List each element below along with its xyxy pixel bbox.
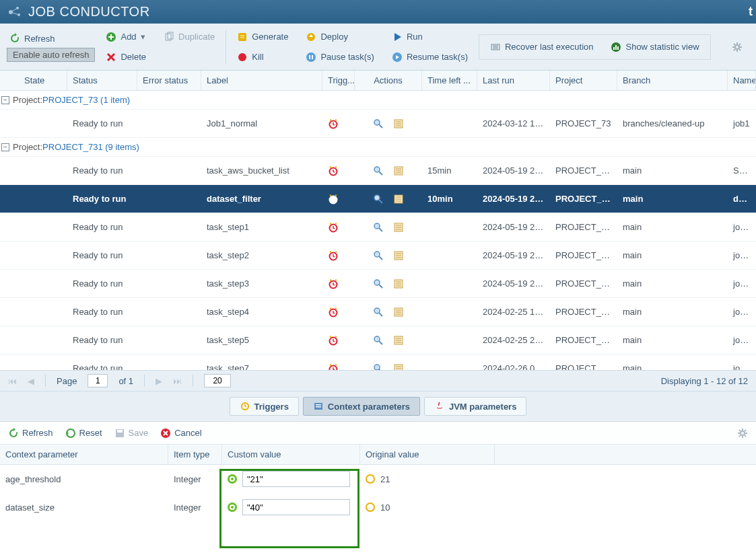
tab-context-label: Context parameters (328, 402, 410, 412)
col-timeleft[interactable]: Time left ... (422, 71, 477, 90)
save-icon (114, 428, 125, 439)
delete-button[interactable]: Delete (103, 48, 149, 66)
gear-icon[interactable] (737, 428, 748, 439)
ctx-cancel-button[interactable]: Cancel (160, 428, 201, 439)
run-button[interactable]: Run (389, 28, 471, 46)
log-icon[interactable] (393, 250, 404, 261)
col-name[interactable]: Name (728, 71, 756, 90)
refresh-button[interactable]: Refresh (7, 32, 95, 45)
table-row[interactable]: Ready to run Job1_normal 2024-03-12 16:.… (0, 110, 756, 138)
col-status[interactable]: Status (67, 71, 137, 90)
tab-context[interactable]: Context parameters (303, 397, 420, 416)
pager-sep (45, 375, 46, 387)
ctx-reset-button[interactable]: Reset (65, 428, 102, 439)
ctx-col-custom[interactable]: Custom value (222, 445, 360, 464)
radio-active-icon[interactable] (228, 502, 237, 512)
grid-header-row: State Status Error status Label Trigg...… (0, 71, 756, 91)
table-row[interactable]: Ready to run dataset_filter 10min 2024-0… (0, 185, 756, 213)
ctx-col-type[interactable]: Item type (168, 445, 222, 464)
group-row[interactable]: − Project: PROJECT_73 (1 item) (0, 91, 756, 110)
svg-point-31 (374, 223, 380, 229)
col-branch[interactable]: Branch (617, 71, 728, 90)
collapse-icon[interactable]: − (1, 96, 9, 104)
radio-inactive-icon[interactable] (366, 474, 375, 484)
context-row[interactable]: age_threshold Integer 21 (0, 465, 756, 493)
tab-jvm[interactable]: JVM parameters (424, 397, 526, 416)
log-icon[interactable] (393, 335, 404, 346)
pager-first-icon[interactable]: ⏮ (8, 376, 17, 386)
stats-button[interactable]: Show statistic view (608, 40, 701, 54)
context-row[interactable]: dataset_size Integer 10 (0, 493, 756, 521)
group-link[interactable]: PROJECT_731 (9 items) (42, 142, 139, 152)
table-row[interactable]: Ready to run task_step1 2024-05-19 20:..… (0, 213, 756, 241)
col-lastrun[interactable]: Last run (477, 71, 550, 90)
cell-name: job_s (728, 250, 756, 260)
table-row[interactable]: Ready to run task_step2 2024-05-19 20:..… (0, 241, 756, 270)
log-icon[interactable] (393, 278, 404, 289)
resume-button[interactable]: Resume task(s) (389, 48, 471, 66)
ctx-col-param[interactable]: Context parameter (0, 445, 168, 464)
ctx-cancel-label: Cancel (174, 428, 201, 438)
view-icon[interactable] (373, 363, 384, 371)
gear-icon[interactable] (732, 42, 743, 52)
ctx-col-orig[interactable]: Original value (360, 445, 495, 464)
ctx-save-button[interactable]: Save (114, 428, 149, 439)
auto-refresh-toggle[interactable]: Enable auto refresh (7, 48, 95, 62)
log-icon[interactable] (393, 307, 404, 318)
log-icon[interactable] (393, 165, 404, 176)
table-row[interactable]: Ready to run task_aws_bucket_list 15min … (0, 157, 756, 185)
col-label[interactable]: Label (201, 71, 322, 90)
col-trigger[interactable]: Trigg... (322, 71, 355, 90)
view-icon[interactable] (373, 118, 384, 129)
cell-name: job_s (728, 363, 756, 370)
view-icon[interactable] (373, 307, 384, 318)
pager-last-icon[interactable]: ⏭ (173, 376, 182, 386)
duplicate-button[interactable]: Duplicate (161, 28, 217, 46)
pager-page-input[interactable] (88, 374, 108, 387)
play-icon (392, 32, 403, 42)
ctx-refresh-button[interactable]: Refresh (8, 428, 53, 439)
radio-active-icon[interactable] (228, 474, 237, 484)
col-state[interactable]: State (0, 71, 67, 90)
pause-button[interactable]: Pause task(s) (303, 48, 376, 66)
log-icon[interactable] (393, 222, 404, 233)
pager-prev-icon[interactable]: ◀ (28, 376, 34, 386)
deploy-button[interactable]: Deploy (303, 28, 376, 46)
view-icon[interactable] (373, 278, 384, 289)
table-row[interactable]: Ready to run task_step3 2024-05-19 20:..… (0, 270, 756, 298)
ctx-custom-input[interactable] (242, 499, 350, 515)
table-row[interactable]: Ready to run task_step7 2024-02-26 00:..… (0, 355, 756, 370)
cell-branch: main (617, 165, 728, 176)
collapse-icon[interactable]: − (1, 143, 9, 151)
cell-label: task_step1 (201, 222, 322, 232)
col-error[interactable]: Error status (137, 71, 201, 90)
view-icon[interactable] (373, 335, 384, 346)
kill-button[interactable]: Kill (234, 48, 291, 66)
group-row[interactable]: − Project: PROJECT_731 (9 items) (0, 138, 756, 157)
view-icon[interactable] (373, 250, 384, 261)
pager-next-icon[interactable]: ▶ (156, 376, 162, 386)
log-icon[interactable] (393, 363, 404, 371)
log-icon[interactable] (393, 118, 404, 129)
recover-button[interactable]: Recover last execution (487, 40, 596, 54)
pause-icon (306, 52, 316, 63)
ctx-refresh-label: Refresh (22, 428, 53, 438)
pager-size-input[interactable] (204, 374, 231, 387)
add-button[interactable]: Add ▾ (103, 28, 149, 46)
group-link[interactable]: PROJECT_73 (1 item) (42, 95, 130, 105)
cell-timeleft: 10min (422, 194, 477, 204)
view-icon[interactable] (373, 222, 384, 233)
log-icon[interactable] (393, 194, 404, 204)
cell-status: Ready to run (67, 194, 137, 204)
tab-triggers[interactable]: Triggers (230, 397, 299, 416)
view-icon[interactable] (373, 194, 384, 204)
generate-button[interactable]: Generate (234, 28, 291, 46)
ctx-custom-input[interactable] (242, 471, 350, 487)
col-actions[interactable]: Actions (355, 71, 422, 90)
table-row[interactable]: Ready to run task_step4 2024-02-25 15:..… (0, 298, 756, 326)
col-project[interactable]: Project (550, 71, 617, 90)
radio-inactive-icon[interactable] (366, 502, 375, 512)
table-row[interactable]: Ready to run task_step5 2024-02-25 23:..… (0, 326, 756, 355)
svg-rect-8 (238, 33, 246, 41)
view-icon[interactable] (373, 165, 384, 176)
